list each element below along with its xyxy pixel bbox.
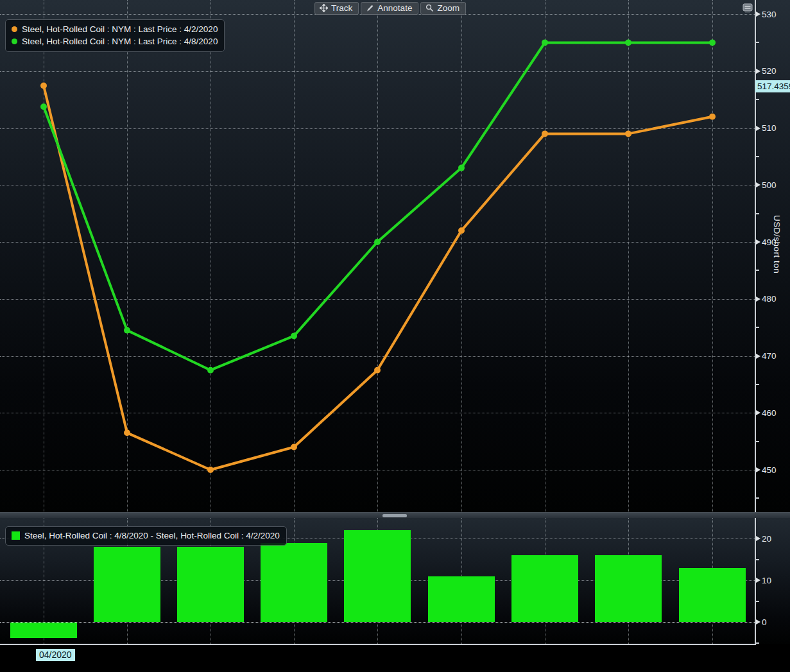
y-tick-label: 490 <box>762 237 777 247</box>
legend-label: Steel, Hot-Rolled Coil : 4/8/2020 - Stee… <box>24 530 280 542</box>
y-tick: 530 <box>756 9 777 19</box>
tick-arrow-icon <box>756 410 760 415</box>
track-button[interactable]: Track <box>314 2 359 15</box>
tick-arrow-icon <box>756 12 760 17</box>
legend-dot-icon <box>12 39 17 44</box>
y-tick: 520 <box>756 66 777 76</box>
y-tick-label: 20 <box>762 534 771 544</box>
main-y-axis-line <box>755 0 756 512</box>
tick-arrow-icon <box>756 536 760 541</box>
panel-options-button[interactable] <box>741 2 755 16</box>
legend-item[interactable]: Steel, Hot-Rolled Coil : 4/8/2020 - Stee… <box>12 530 280 542</box>
data-point-marker <box>709 39 716 46</box>
tick-arrow-icon <box>756 578 760 583</box>
data-point-marker <box>625 39 631 46</box>
y-tick-label: 0 <box>762 617 767 627</box>
y-tick: 0 <box>756 617 767 627</box>
spread-bar <box>261 543 327 623</box>
tracked-value-tag: 517.4359 <box>755 80 790 92</box>
y-tick: 500 <box>756 180 777 190</box>
y-tick-label: 460 <box>762 408 777 418</box>
spread-bar <box>428 576 495 623</box>
y-tick: 20 <box>756 533 771 544</box>
tick-arrow-icon <box>756 182 760 187</box>
y-tick: 460 <box>756 408 777 418</box>
data-point-marker <box>124 327 130 334</box>
y-tick-label: 530 <box>762 10 777 19</box>
y-tick-label: 520 <box>762 66 777 76</box>
main-chart-legend: Steel, Hot-Rolled Coil : NYM : Last Pric… <box>5 19 225 52</box>
y-tick: 480 <box>756 294 777 304</box>
zero-gridline <box>0 622 755 623</box>
spread-bar <box>10 623 77 638</box>
data-point-marker <box>458 165 465 171</box>
zoom-button-label: Zoom <box>437 3 459 13</box>
annotate-button[interactable]: Annotate <box>361 2 418 15</box>
data-point-marker <box>124 429 130 436</box>
spread-bar <box>344 530 411 622</box>
y-minor-tick <box>756 42 759 43</box>
main-chart-panel: Steel, Hot-Rolled Coil : NYM : Last Pric… <box>0 0 790 512</box>
spread-chart-legend: Steel, Hot-Rolled Coil : 4/8/2020 - Stee… <box>5 526 287 546</box>
data-point-marker <box>207 367 214 374</box>
y-minor-tick <box>756 559 759 560</box>
tick-arrow-icon <box>756 467 760 472</box>
x-axis-line <box>0 644 756 645</box>
y-minor-tick <box>756 384 759 385</box>
spread-bar <box>511 555 578 622</box>
panel-resize-handle[interactable] <box>382 514 407 517</box>
y-minor-tick <box>756 601 759 602</box>
y-minor-tick <box>756 441 759 442</box>
data-point-marker <box>291 332 297 339</box>
data-point-marker <box>625 130 631 137</box>
zoom-magnifier-icon <box>425 4 434 12</box>
data-point-marker <box>458 227 465 234</box>
price-line <box>44 86 712 470</box>
legend-label: Steel, Hot-Rolled Coil : NYM : Last Pric… <box>22 23 218 35</box>
tick-arrow-icon <box>756 126 760 131</box>
tick-arrow-icon <box>756 239 760 245</box>
data-point-marker <box>374 239 381 245</box>
data-point-marker <box>40 83 47 89</box>
spread-bar <box>94 547 160 622</box>
data-point-marker <box>542 130 548 137</box>
y-minor-tick <box>756 213 759 214</box>
x-axis: 04/202005/202006/202007/202008/202009/20… <box>0 644 790 672</box>
y-tick: 470 <box>756 351 777 361</box>
y-minor-tick <box>756 270 759 271</box>
spread-chart-panel: Steel, Hot-Rolled Coil : 4/8/2020 - Stee… <box>0 518 790 644</box>
y-tick-label: 500 <box>762 180 777 190</box>
tracked-month-tag: 04/2020 <box>36 649 75 661</box>
y-tick-label: 510 <box>762 123 777 133</box>
zoom-button[interactable]: Zoom <box>420 2 466 15</box>
y-tick-label: 470 <box>762 351 777 361</box>
price-line-series <box>0 0 755 512</box>
y-minor-tick <box>756 99 759 100</box>
data-point-marker <box>291 444 297 451</box>
track-crosshair-icon <box>320 4 328 12</box>
legend-label: Steel, Hot-Rolled Coil : NYM : Last Pric… <box>22 35 218 47</box>
y-minor-tick <box>756 156 759 157</box>
data-point-marker <box>207 467 214 473</box>
data-point-marker <box>374 367 381 374</box>
y-minor-tick <box>756 497 759 499</box>
spread-bar <box>177 547 244 622</box>
legend-item[interactable]: Steel, Hot-Rolled Coil : NYM : Last Pric… <box>12 35 218 47</box>
y-tick-label: 480 <box>762 294 777 304</box>
y-tick: 450 <box>756 465 777 475</box>
spread-bar <box>679 568 746 623</box>
panel-options-icon <box>742 3 753 16</box>
panel-divider <box>0 512 790 518</box>
data-point-marker <box>709 114 716 120</box>
data-point-marker <box>40 103 47 110</box>
tick-arrow-icon <box>756 619 760 625</box>
annotate-button-label: Annotate <box>377 3 412 13</box>
tick-arrow-icon <box>756 297 760 302</box>
terminal-chart-window: Steel, Hot-Rolled Coil : NYM : Last Pric… <box>0 0 790 672</box>
data-point-marker <box>542 39 548 46</box>
spread-bar <box>595 555 662 622</box>
tick-arrow-icon <box>756 69 760 74</box>
legend-item[interactable]: Steel, Hot-Rolled Coil : NYM : Last Pric… <box>12 23 218 35</box>
y-minor-tick <box>756 642 759 644</box>
legend-dot-icon <box>12 26 17 32</box>
